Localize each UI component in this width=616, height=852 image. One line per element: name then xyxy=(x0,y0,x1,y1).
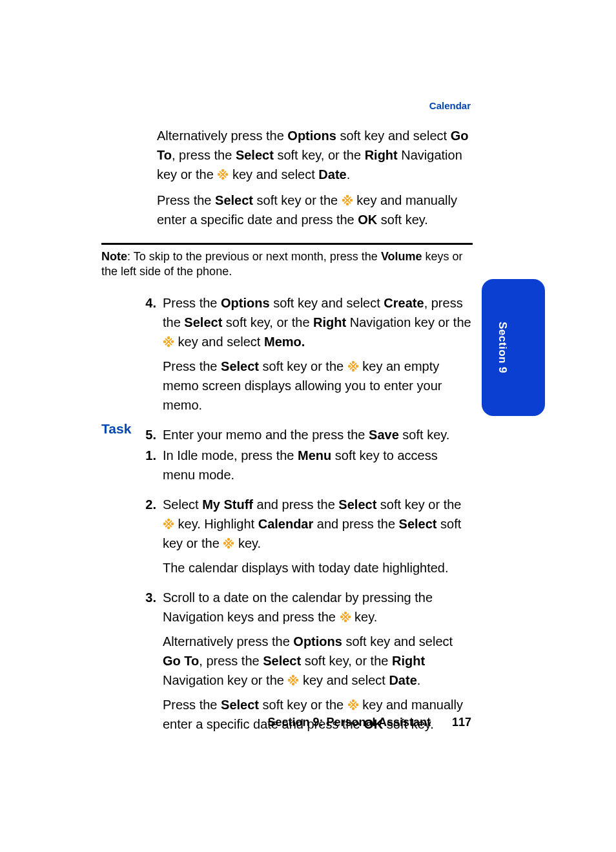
text: soft key, or the xyxy=(274,148,365,162)
note-block: Note: To skip to the previous or next mo… xyxy=(101,249,473,280)
ok-key-icon xyxy=(347,699,359,711)
text: : To skip to the previous or next month,… xyxy=(127,250,381,263)
svg-point-49 xyxy=(352,707,354,710)
svg-point-7 xyxy=(346,203,349,205)
svg-point-1 xyxy=(221,177,224,180)
content-steps-4-5: 4. Press the Options soft key and select… xyxy=(128,293,473,455)
bold-select: Select xyxy=(221,359,259,373)
bold-volume: Volume xyxy=(381,250,422,263)
text: , press the xyxy=(172,148,236,162)
text: soft key. xyxy=(377,213,428,227)
svg-point-31 xyxy=(227,546,230,548)
text: Press the xyxy=(163,698,221,712)
step-number: 1. xyxy=(128,446,163,490)
content-top-paragraphs: Alternatively press the Options soft key… xyxy=(157,126,473,236)
svg-point-9 xyxy=(350,199,353,202)
text: Alternatively press the xyxy=(157,129,287,143)
text: , press the xyxy=(199,654,263,668)
text: key and select xyxy=(174,335,264,349)
text: soft key and select xyxy=(342,634,453,649)
bold-right: Right xyxy=(313,315,346,329)
bold-select: Select xyxy=(236,148,274,162)
bold-options: Options xyxy=(293,634,342,649)
bold-select: Select xyxy=(215,193,253,207)
ok-key-icon xyxy=(287,674,299,686)
bold-select: Select xyxy=(399,517,437,531)
note-divider xyxy=(101,243,473,245)
text: key and select xyxy=(229,167,318,182)
ok-key-icon xyxy=(163,336,174,348)
text: key and select xyxy=(299,673,389,687)
text: Press the xyxy=(157,193,215,207)
ok-key-icon xyxy=(342,194,353,206)
section-thumb-tab: Section 9 xyxy=(482,279,545,416)
svg-point-32 xyxy=(223,542,226,545)
text: key. xyxy=(234,536,261,550)
text: Alternatively press the xyxy=(163,634,293,649)
svg-point-39 xyxy=(347,616,350,618)
bold-select: Select xyxy=(338,497,376,512)
svg-point-3 xyxy=(225,173,228,176)
svg-point-42 xyxy=(292,675,294,678)
ok-key-icon xyxy=(340,611,351,623)
svg-point-36 xyxy=(344,612,346,614)
text: key. Highlight xyxy=(174,517,258,531)
svg-point-2 xyxy=(218,173,220,176)
bold-right: Right xyxy=(392,654,425,668)
svg-point-33 xyxy=(231,542,234,545)
text: Navigation key or the xyxy=(346,315,471,329)
svg-point-30 xyxy=(227,538,230,541)
text: soft key or the xyxy=(253,193,342,207)
svg-point-51 xyxy=(356,703,358,706)
svg-point-37 xyxy=(344,619,346,622)
list-item: 2. Select My Stuff and press the Select … xyxy=(128,495,473,583)
text: . xyxy=(417,673,421,687)
svg-point-14 xyxy=(163,340,166,343)
text: soft key, or the xyxy=(301,654,392,668)
step-number: 2. xyxy=(128,495,163,583)
svg-point-13 xyxy=(167,344,170,347)
svg-point-15 xyxy=(171,340,174,343)
ok-key-icon xyxy=(347,360,359,372)
svg-point-43 xyxy=(292,683,294,685)
note-label: Note xyxy=(101,250,127,263)
bold-select: Select xyxy=(263,654,301,668)
bold-save: Save xyxy=(369,428,399,442)
bold-select: Select xyxy=(184,315,222,329)
section-header: Calendar xyxy=(429,100,471,111)
svg-point-50 xyxy=(348,703,351,706)
bold-date: Date xyxy=(389,673,416,687)
bold-create: Create xyxy=(384,296,424,310)
svg-point-25 xyxy=(167,526,170,529)
text: Press the xyxy=(163,359,221,373)
svg-point-8 xyxy=(342,199,345,202)
svg-point-0 xyxy=(221,169,224,172)
text: soft key and select xyxy=(336,129,451,143)
footer-section: Section 9: Personal Assistant xyxy=(268,716,431,729)
task-heading: Task xyxy=(101,421,131,437)
text: soft key and select xyxy=(270,296,384,310)
svg-point-20 xyxy=(348,365,351,368)
bold-ok: OK xyxy=(358,213,377,227)
text: Press the xyxy=(163,296,221,310)
ok-key-icon xyxy=(223,537,234,549)
bold-options: Options xyxy=(221,296,270,310)
text: soft key or the xyxy=(376,497,461,512)
text: . xyxy=(347,167,351,182)
bold-date: Date xyxy=(318,167,346,182)
bold-select: Select xyxy=(221,698,259,712)
content-task-steps: 1. In Idle mode, press the Menu soft key… xyxy=(128,446,473,744)
list-item: 4. Press the Options soft key and select… xyxy=(128,293,473,420)
page-footer: Section 9: Personal Assistant 117 xyxy=(0,716,471,729)
svg-point-45 xyxy=(296,679,298,681)
text: soft key, or the xyxy=(222,315,313,329)
svg-point-12 xyxy=(167,337,170,339)
ok-key-icon xyxy=(163,518,174,530)
bold-my-stuff: My Stuff xyxy=(202,497,253,512)
bold-options: Options xyxy=(287,129,336,143)
text: soft key or the xyxy=(259,698,347,712)
text: soft key or the xyxy=(259,359,347,373)
svg-point-44 xyxy=(288,679,291,681)
text: Navigation key or the xyxy=(163,673,287,687)
text: key. xyxy=(351,610,378,624)
